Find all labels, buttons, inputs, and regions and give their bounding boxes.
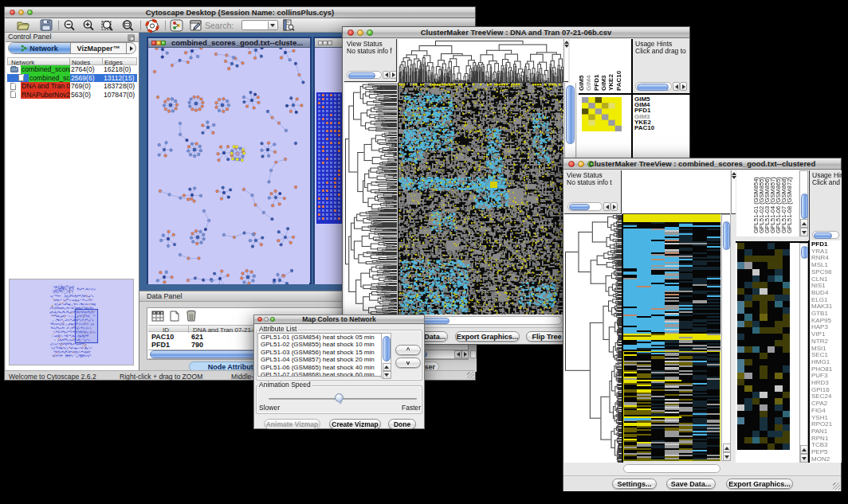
scroll-right-button[interactable] [680, 82, 687, 91]
done-button[interactable]: Done [388, 419, 416, 429]
scroll-thumb[interactable] [348, 72, 375, 79]
tv2-titlebar[interactable]: ClusterMaker TreeView : combined_scores_… [563, 158, 841, 170]
export-graphics-button[interactable]: Export Graphics... [455, 331, 520, 342]
scroll-down-button[interactable] [800, 454, 808, 463]
network-row-DNA and Tran 07[interactable]: DNA and Tran 07769(0)183728(0) [7, 82, 137, 91]
attribute-item-1[interactable]: GPL51-01 (GSM854) heat shock 05 min [258, 334, 381, 341]
status-zoom-hint: Right-click + drag to ZOOM [120, 373, 202, 381]
gene-label-MSL1: MSL1 [811, 262, 832, 269]
attribute-item-3[interactable]: GPL51-03 (GSM856) heat shock 15 min [258, 349, 381, 356]
zoom-button[interactable] [328, 41, 332, 45]
table-grid-icon[interactable] [151, 311, 164, 325]
tab-vizmapper[interactable]: VizMapper™ [71, 43, 126, 53]
tv2-mini-scrollbar[interactable] [731, 170, 736, 214]
tv1-column-dendrogram[interactable] [398, 39, 563, 83]
nodes-count: 769(0) [71, 82, 91, 91]
search-dropdown-arrow[interactable] [268, 21, 277, 29]
scroll-left-button[interactable] [673, 82, 680, 91]
gene-label-GPI16: GPI16 [811, 387, 832, 394]
network-view-titlebar[interactable]: combined_scores_good.txt--cluste... [148, 38, 310, 48]
scroll-up-button[interactable] [800, 219, 808, 228]
tv1-mini-scrollbar[interactable] [563, 39, 568, 82]
scroll-up-button[interactable] [723, 443, 731, 452]
scroll-up-button[interactable] [383, 363, 391, 371]
toolbar-separator [140, 21, 141, 30]
create-vizmap-button[interactable]: Create Vizmap [329, 419, 381, 429]
move-down-button[interactable]: v [395, 357, 421, 368]
nodes-count: 2569(6) [71, 74, 95, 83]
tv1-titlebar[interactable]: ClusterMaker TreeView : DNA and Tran 07-… [343, 27, 689, 38]
search-input[interactable] [241, 20, 278, 30]
tv2-zoom-panel [736, 243, 799, 463]
network-table-header[interactable]: Network Nodes Edges [7, 57, 137, 65]
scroll-thumb[interactable] [814, 232, 832, 239]
animate-vizmap-button[interactable]: Animate Vizmap [264, 419, 320, 429]
tv1-row-dendrogram[interactable] [344, 83, 397, 315]
scroll-thumb[interactable] [801, 246, 808, 259]
tv1-heatmap[interactable] [398, 83, 563, 315]
new-document-icon[interactable] [169, 311, 180, 325]
tv2-zoom-heatmap[interactable] [737, 243, 790, 450]
resize-grip[interactable] [833, 483, 840, 490]
tv2-col-vscrollbar[interactable] [799, 170, 808, 236]
network-row-combined_scores_[interactable]: combined_scores_2764(0)16218(0) [7, 65, 137, 74]
control-panel-header: Control Panel [6, 33, 139, 42]
tv2-hints-scrollbar[interactable] [812, 231, 839, 239]
gene-label-MON2: MON2 [811, 456, 832, 463]
dialog-title: Map Colors to Network [254, 315, 424, 323]
scroll-thumb[interactable] [801, 193, 808, 219]
tv1-correlation-matrix[interactable] [582, 97, 622, 131]
save-data-button[interactable]: Save Data... [666, 479, 716, 489]
main-titlebar[interactable]: Cytoscape Desktop (Session Name: collins… [5, 7, 475, 18]
attribute-item-2[interactable]: GPL51-02 (GSM855) heat shock 10 min [258, 341, 381, 348]
tv2-heatmap[interactable] [623, 214, 720, 461]
tab-network[interactable]: Network [9, 43, 71, 53]
attribute-list-scrollbar[interactable] [381, 333, 391, 378]
scroll-up-button[interactable] [800, 445, 808, 454]
scroll-left-button[interactable] [603, 202, 610, 211]
tv1-status-scrollbar[interactable] [347, 71, 382, 79]
settings-button[interactable]: Settings... [612, 479, 657, 489]
attribute-list[interactable]: GPL51-01 (GSM854) heat shock 05 minGPL51… [257, 333, 382, 377]
scroll-down-button[interactable] [800, 228, 808, 236]
window-treeview-combined: ClusterMaker TreeView : combined_scores_… [563, 158, 842, 491]
scroll-thumb[interactable] [569, 204, 590, 210]
tv2-status-scrollbar[interactable] [567, 202, 603, 211]
gene-label-GTB1: GTB1 [811, 311, 832, 318]
attribute-item-4[interactable]: GPL51-04 (GSM857) heat shock 20 min [258, 356, 381, 363]
tv2-hscrollbar[interactable] [623, 464, 720, 473]
network-graph-canvas[interactable] [148, 48, 309, 284]
faster-label: Faster [402, 404, 421, 412]
gene-label-SEC24: SEC24 [811, 393, 832, 400]
tab-overflow-arrow[interactable] [126, 43, 135, 53]
network-row-RNAPuberNov2+[interactable]: RNAPuberNov2+563(0)107847(0) [7, 91, 137, 100]
scroll-right-button[interactable] [461, 350, 469, 358]
move-up-button[interactable]: ^ [395, 345, 421, 355]
tv1-hints-scrollbar[interactable] [635, 82, 672, 91]
attr-scroll-thumb[interactable] [383, 336, 391, 361]
scroll-left-button[interactable] [454, 350, 461, 358]
network-overview-panel[interactable] [9, 279, 134, 365]
network-row-combined_sco[interactable]: combined_sco2569(6)13112(15) [7, 74, 137, 83]
tv2-row-dendrogram[interactable] [564, 214, 622, 463]
resize-grip[interactable] [467, 372, 474, 379]
export-graphics-button[interactable]: Export Graphics... [726, 479, 793, 489]
float-panel-icon[interactable] [128, 34, 135, 41]
scroll-down-button[interactable] [723, 452, 731, 461]
scroll-left-button[interactable] [383, 71, 390, 79]
scroll-right-button[interactable] [390, 71, 397, 79]
scroll-down-button[interactable] [383, 371, 391, 379]
attribute-item-5[interactable]: GPL51-06 (GSM865) heat shock 40 min [258, 364, 381, 371]
attribute-item-6[interactable]: GPL51-07 (GSM868) heat shock 60 min [258, 371, 381, 377]
trash-icon[interactable] [185, 310, 198, 325]
tv1-col-label-PAC10: PAC10 [615, 71, 622, 91]
tv2-zoom-vscrollbar[interactable] [799, 243, 808, 463]
data-panel-title: Data Panel [147, 292, 183, 300]
dialog-titlebar[interactable]: Map Colors to Network [254, 315, 424, 324]
tv1-vscroll-thumb[interactable] [566, 85, 575, 144]
tv2-vscrollbar[interactable] [721, 214, 731, 461]
tv2-vscroll-thumb[interactable] [723, 221, 730, 250]
scroll-thumb[interactable] [637, 84, 669, 91]
scroll-right-button[interactable] [610, 202, 618, 211]
animation-slider-knob[interactable] [335, 393, 344, 402]
